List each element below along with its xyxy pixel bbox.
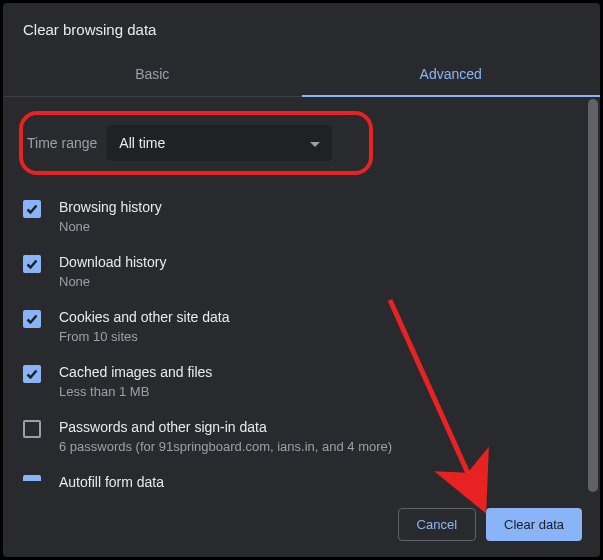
options-list: Browsing history None Download history N… (19, 189, 570, 490)
option-cached[interactable]: Cached images and files Less than 1 MB (19, 354, 570, 409)
checkbox[interactable] (23, 310, 41, 328)
dialog-footer: Cancel Clear data (3, 494, 600, 557)
option-browsing-history[interactable]: Browsing history None (19, 189, 570, 244)
option-title: Passwords and other sign-in data (59, 419, 392, 435)
option-text: Autofill form data (59, 474, 164, 490)
content-wrap: Time range All time Browsing history Non… (3, 97, 600, 494)
option-passwords[interactable]: Passwords and other sign-in data 6 passw… (19, 409, 570, 464)
option-title: Cached images and files (59, 364, 212, 380)
option-sub: None (59, 219, 162, 234)
chevron-down-icon (310, 135, 320, 151)
tab-bar: Basic Advanced (3, 54, 600, 97)
checkbox[interactable] (23, 200, 41, 218)
scrollbar[interactable] (586, 97, 600, 494)
cancel-button[interactable]: Cancel (398, 508, 476, 541)
checkbox[interactable] (23, 420, 41, 438)
scrollbar-thumb[interactable] (588, 99, 598, 492)
option-text: Cached images and files Less than 1 MB (59, 364, 212, 399)
checkbox[interactable] (23, 475, 41, 481)
clear-browsing-data-dialog: Clear browsing data Basic Advanced Time … (3, 3, 600, 557)
option-title: Browsing history (59, 199, 162, 215)
option-cookies[interactable]: Cookies and other site data From 10 site… (19, 299, 570, 354)
time-range-select[interactable]: All time (107, 125, 332, 161)
dialog-content: Time range All time Browsing history Non… (3, 97, 586, 494)
checkbox[interactable] (23, 365, 41, 383)
option-sub: None (59, 274, 166, 289)
tab-advanced[interactable]: Advanced (302, 54, 601, 96)
option-title: Cookies and other site data (59, 309, 229, 325)
option-text: Passwords and other sign-in data 6 passw… (59, 419, 392, 454)
time-range-label: Time range (25, 135, 97, 151)
checkbox[interactable] (23, 255, 41, 273)
option-text: Cookies and other site data From 10 site… (59, 309, 229, 344)
option-sub: From 10 sites (59, 329, 229, 344)
clear-data-button[interactable]: Clear data (486, 508, 582, 541)
option-text: Browsing history None (59, 199, 162, 234)
option-download-history[interactable]: Download history None (19, 244, 570, 299)
option-autofill[interactable]: Autofill form data (19, 464, 570, 490)
dialog-title: Clear browsing data (3, 3, 600, 54)
time-range-value: All time (119, 135, 165, 151)
time-range-highlight: Time range All time (19, 111, 373, 175)
option-title: Autofill form data (59, 474, 164, 490)
option-sub: Less than 1 MB (59, 384, 212, 399)
tab-basic[interactable]: Basic (3, 54, 302, 96)
option-sub: 6 passwords (for 91springboard.com, ians… (59, 439, 392, 454)
option-title: Download history (59, 254, 166, 270)
option-text: Download history None (59, 254, 166, 289)
